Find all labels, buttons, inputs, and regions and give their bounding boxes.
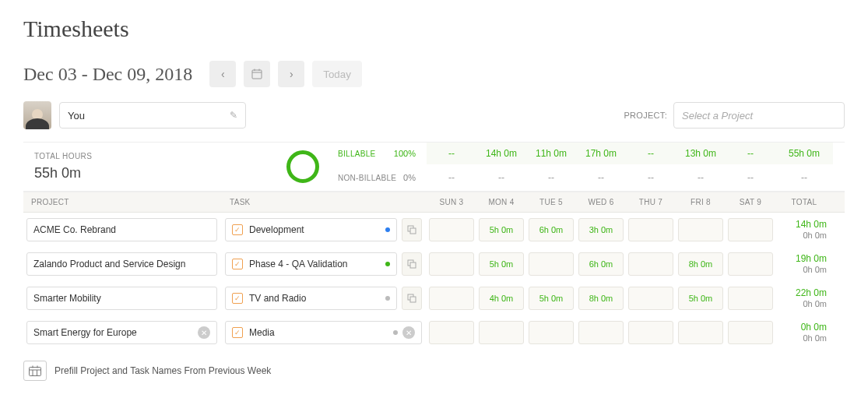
project-name: Smarter Mobility	[33, 293, 101, 304]
time-input[interactable]	[728, 218, 773, 241]
task-input[interactable]: ✓Development	[225, 218, 397, 241]
status-dot	[385, 227, 390, 232]
time-input[interactable]	[479, 218, 524, 241]
nonbillable-label: NON-BILLABLE0%	[333, 167, 427, 188]
expand-icon	[407, 225, 416, 234]
billable-day: --	[427, 143, 476, 164]
table-row: Smart Energy for Europe✕✓Media✕0h 0m0h 0…	[23, 315, 845, 350]
table-row: Smarter Mobility✓TV and Radio22h 0m0h 0m	[23, 281, 845, 315]
col-day: FRI 8	[676, 192, 726, 212]
time-input[interactable]	[529, 321, 574, 344]
nonbillable-day: --	[676, 167, 726, 188]
clear-project-button[interactable]: ✕	[198, 326, 210, 339]
expand-icon	[407, 294, 416, 303]
billable-day: 17h 0m	[576, 143, 626, 164]
row-total: 14h 0m0h 0m	[775, 219, 833, 241]
prefill-icon	[29, 365, 41, 376]
col-day: MON 4	[476, 192, 526, 212]
project-name: Smart Energy for Europe	[33, 327, 137, 338]
svg-rect-0	[252, 70, 262, 79]
billable-day: --	[626, 143, 676, 164]
time-input[interactable]	[429, 321, 474, 344]
col-total: TOTAL	[775, 192, 833, 212]
time-input[interactable]	[678, 321, 723, 344]
table-row: Zalando Product and Service Design✓Phase…	[23, 247, 845, 281]
time-input[interactable]	[628, 321, 673, 344]
expand-row-button[interactable]	[402, 287, 422, 310]
billable-day: 14h 0m	[476, 143, 526, 164]
project-input[interactable]: Smart Energy for Europe✕	[26, 321, 217, 344]
task-name: Development	[249, 224, 304, 235]
col-day: THU 7	[626, 192, 676, 212]
time-input[interactable]	[578, 287, 624, 310]
time-input[interactable]	[479, 287, 524, 310]
time-input[interactable]	[628, 218, 673, 241]
project-input[interactable]: ACME Co. Rebrand	[26, 218, 217, 241]
task-name: TV and Radio	[249, 293, 306, 304]
svg-rect-5	[410, 228, 416, 234]
time-input[interactable]	[429, 218, 474, 241]
time-input[interactable]	[578, 252, 624, 276]
task-input[interactable]: ✓Phase 4 - QA Validation	[225, 252, 397, 276]
next-week-button[interactable]: ›	[278, 61, 304, 87]
nonbillable-day: --	[576, 167, 626, 188]
total-hours-value: 55h 0m	[34, 165, 262, 181]
time-input[interactable]	[678, 252, 723, 276]
expand-row-button[interactable]	[402, 252, 422, 276]
task-name: Media	[249, 327, 275, 338]
time-input[interactable]	[628, 252, 673, 276]
prev-week-button[interactable]: ‹	[209, 61, 236, 87]
time-input[interactable]	[479, 321, 524, 344]
expand-row-button[interactable]	[402, 218, 422, 241]
calendar-icon	[251, 69, 262, 79]
user-name: You	[68, 110, 85, 122]
time-input[interactable]	[529, 252, 574, 276]
billable-total: 55h 0m	[775, 143, 833, 164]
time-input[interactable]	[429, 252, 474, 276]
user-selector[interactable]: You ✎	[59, 102, 246, 129]
row-total: 0h 0m0h 0m	[775, 322, 833, 344]
time-input[interactable]	[479, 252, 524, 276]
nonbillable-day: --	[427, 167, 476, 188]
col-day: WED 6	[576, 192, 626, 212]
time-input[interactable]	[728, 287, 773, 310]
task-input[interactable]: ✓TV and Radio	[225, 287, 397, 310]
time-input[interactable]	[578, 218, 624, 241]
time-input[interactable]	[529, 287, 574, 310]
expand-icon	[407, 259, 416, 269]
status-dot	[393, 330, 398, 335]
project-filter-select[interactable]: Select a Project	[673, 102, 845, 129]
project-filter-label: PROJECT:	[624, 111, 667, 120]
row-total: 19h 0m0h 0m	[775, 253, 833, 276]
task-input[interactable]: ✓Media✕	[225, 321, 422, 344]
time-input[interactable]	[529, 218, 574, 241]
task-icon: ✓	[232, 293, 243, 304]
time-input[interactable]	[728, 321, 773, 344]
project-input[interactable]: Smarter Mobility	[26, 287, 217, 310]
billable-day: 13h 0m	[676, 143, 726, 164]
task-icon: ✓	[232, 224, 243, 235]
task-name: Phase 4 - QA Validation	[249, 259, 348, 269]
today-button[interactable]: Today	[312, 61, 362, 87]
billable-ring-chart	[286, 150, 319, 183]
task-icon: ✓	[232, 259, 243, 269]
time-input[interactable]	[429, 287, 474, 310]
time-input[interactable]	[728, 252, 773, 276]
col-day: SAT 9	[726, 192, 775, 212]
time-input[interactable]	[628, 287, 673, 310]
row-total: 22h 0m0h 0m	[775, 287, 833, 310]
time-input[interactable]	[578, 321, 624, 344]
prefill-button[interactable]	[23, 361, 47, 381]
svg-rect-10	[30, 368, 41, 376]
billable-day: --	[726, 143, 775, 164]
page-title: Timesheets	[23, 16, 845, 42]
pencil-icon: ✎	[230, 110, 237, 121]
project-input[interactable]: Zalando Product and Service Design	[26, 252, 217, 276]
time-input[interactable]	[678, 218, 723, 241]
clear-task-button[interactable]: ✕	[402, 326, 415, 339]
table-row: ACME Co. Rebrand✓Development14h 0m0h 0m	[23, 213, 845, 247]
time-input[interactable]	[678, 287, 723, 310]
nonbillable-day: --	[476, 167, 526, 188]
nonbillable-total: --	[775, 167, 833, 188]
date-picker-button[interactable]	[244, 61, 270, 87]
